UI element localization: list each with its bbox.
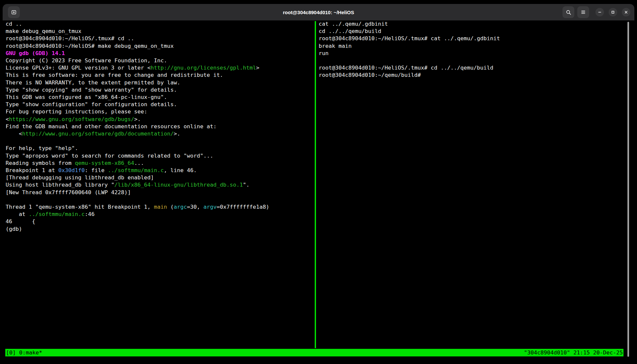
terminal-line: cd .. <box>6 20 314 28</box>
terminal-pane-right[interactable]: cat ../.qemu/.gdbinitcd ../../qemu/build… <box>319 20 625 79</box>
terminal-line: at ../softmmu/main.c:46 <box>6 211 314 218</box>
search-button[interactable] <box>562 6 574 18</box>
close-x-icon <box>624 10 628 15</box>
terminal-line: cat ../.qemu/.gdbinit <box>319 20 625 28</box>
terminal-line: This GDB was configured as "x86_64-pc-li… <box>6 94 314 101</box>
tmux-status-bar: [0] 0:make* "304c8904d010" 21:15 20-Dec-… <box>5 349 623 356</box>
hamburger-menu-icon <box>581 10 586 15</box>
menu-button[interactable] <box>577 6 589 18</box>
terminal-line: root@304c8904d010:~/qemu/build# <box>319 72 625 79</box>
terminal-line: Breakpoint 1 at 0x30d1f0: file ../softmm… <box>6 167 314 174</box>
terminal-line <box>6 137 314 145</box>
tmux-status-right: "304c8904d010" 21:15 20-Dec-25 <box>524 349 623 356</box>
terminal-line: root@304c8904d010:~/HeliOS/.tmux# cat ..… <box>319 35 625 42</box>
terminal-line: Find the GDB manual and other documentat… <box>6 123 314 130</box>
terminal-line: 46 { <box>6 218 314 225</box>
terminal-line: [Thread debugging using libthread_db ena… <box>6 174 314 181</box>
terminal-line: GNU gdb (GDB) 14.1 <box>6 50 314 57</box>
terminal-line: For help, type "help". <box>6 145 314 152</box>
terminal-line: Type "apropos word" to search for comman… <box>6 152 314 160</box>
terminal-line: <http://www.gnu.org/software/gdb/documen… <box>6 130 314 137</box>
new-tab-button[interactable] <box>8 6 20 18</box>
headerbar: root@304c8904d010: ~/HeliOS <box>3 4 634 20</box>
scrollbar[interactable] <box>627 22 629 357</box>
terminal-line: [New Thread 0x7ffff7600640 (LWP 4228)] <box>6 189 314 196</box>
terminal-line: There is NO WARRANTY, to the extent perm… <box>6 79 314 86</box>
terminal-line: make debug_qemu_on_tmux <box>6 28 314 35</box>
terminal-line: Using host libthread_db library "/lib/x8… <box>6 181 314 189</box>
terminal-line: root@304c8904d010:~/HeliOS/.tmux# cd ../… <box>319 64 625 72</box>
terminal-line: run <box>319 50 625 57</box>
tmux-status-left: [0] 0:make* <box>6 349 42 356</box>
maximize-square-icon <box>611 10 615 15</box>
terminal-line: Copyright (C) 2023 Free Software Foundat… <box>6 57 314 64</box>
close-button[interactable] <box>622 8 630 16</box>
terminal-line <box>6 196 314 203</box>
terminal-line: For bug reporting instructions, please s… <box>6 108 314 115</box>
terminal-pane-left[interactable]: cd ..make debug_qemu_on_tmuxroot@304c890… <box>6 20 314 233</box>
terminal-line: cd ../../qemu/build <box>319 28 625 35</box>
terminal-line: (gdb) <box>6 226 314 233</box>
terminal-line: Reading symbols from qemu-system-x86_64.… <box>6 160 314 167</box>
terminal-line: Type "show copying" and "show warranty" … <box>6 86 314 94</box>
terminal-line: Thread 1 "qemu-system-x86" hit Breakpoin… <box>6 203 314 211</box>
magnifier-icon <box>566 10 571 15</box>
terminal-line: License GPLv3+: GNU GPL version 3 or lat… <box>6 64 314 72</box>
maximize-button[interactable] <box>609 8 617 16</box>
tmux-pane-divider[interactable] <box>315 21 316 348</box>
terminal-line: root@304c8904d010:~/HeliOS/.tmux# cd .. <box>6 35 314 42</box>
tab-new-icon <box>11 10 16 15</box>
terminal-line: break main <box>319 43 625 50</box>
minimize-dash-icon <box>597 10 602 15</box>
terminal-line: <https://www.gnu.org/software/gdb/bugs/>… <box>6 116 314 123</box>
terminal-line: root@304c8904d010:~/HeliOS# make debug_q… <box>6 43 314 50</box>
terminal-line <box>319 57 625 64</box>
window-title: root@304c8904d010: ~/HeliOS <box>3 4 634 20</box>
terminal-line: Type "show configuration" for configurat… <box>6 101 314 108</box>
terminal-line: This is free software: you are free to c… <box>6 72 314 79</box>
minimize-button[interactable] <box>595 8 604 16</box>
